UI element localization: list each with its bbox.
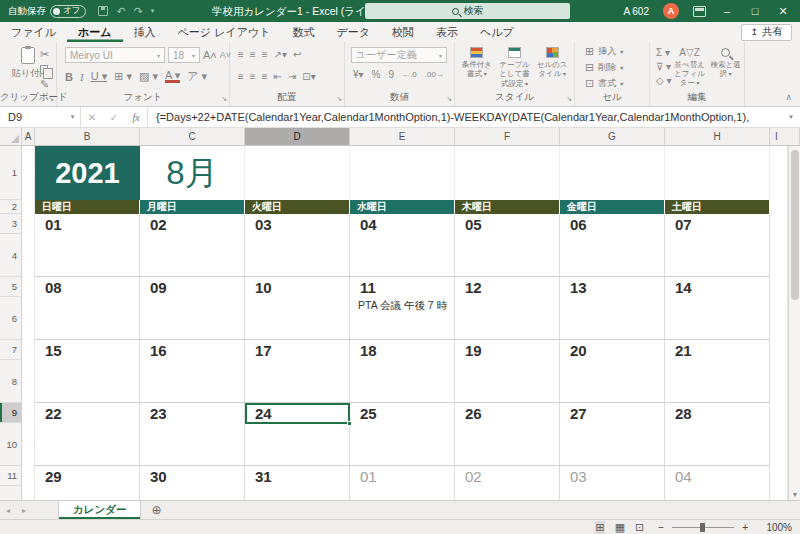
zoom-out-icon[interactable]: − xyxy=(658,522,664,533)
align-left-icon[interactable]: ≡ xyxy=(238,71,244,82)
calendar-day-cell[interactable]: 29 xyxy=(35,466,140,500)
calendar-day-cell[interactable]: 21 xyxy=(665,340,770,402)
vertical-scrollbar[interactable]: ▼ xyxy=(788,146,800,500)
minimize-button[interactable]: – xyxy=(720,5,734,17)
name-box[interactable]: D9 xyxy=(0,107,65,127)
calendar-day-cell[interactable]: 30 xyxy=(140,466,245,500)
qat-customize-icon[interactable]: ▾ xyxy=(151,7,155,15)
close-button[interactable]: ✕ xyxy=(776,5,790,18)
name-box-dropdown-icon[interactable]: ▾ xyxy=(65,107,81,127)
weekday-wednesday[interactable]: 水曜日 xyxy=(350,200,455,214)
weekday-friday[interactable]: 金曜日 xyxy=(560,200,665,214)
align-right-icon[interactable]: ≡ xyxy=(262,71,268,82)
empty-cell[interactable] xyxy=(665,146,770,200)
alignment-dialog-launcher-icon[interactable]: ↘ xyxy=(336,95,342,103)
column-header-d[interactable]: D xyxy=(245,128,350,145)
weekday-tuesday[interactable]: 火曜日 xyxy=(245,200,350,214)
fill-handle[interactable] xyxy=(347,421,352,426)
wrap-text-icon[interactable]: ↩ xyxy=(293,49,301,60)
maximize-button[interactable]: □ xyxy=(748,5,762,17)
align-center-icon[interactable]: ≡ xyxy=(250,71,256,82)
formula-input[interactable]: {=Days+22+DATE(Calendar1Year,Calendar1Mo… xyxy=(148,107,782,127)
sheet-nav-left-icon[interactable]: ◂ xyxy=(0,501,16,519)
column-header-f[interactable]: F xyxy=(455,128,560,145)
tab-home[interactable]: ホーム xyxy=(67,22,123,42)
tab-view[interactable]: 表示 xyxy=(425,22,469,42)
styles-dialog-launcher-icon[interactable]: ↘ xyxy=(566,95,572,103)
column-header-g[interactable]: G xyxy=(560,128,665,145)
row-header-5[interactable]: 5 xyxy=(0,277,21,297)
enter-icon[interactable]: ✓ xyxy=(103,112,125,123)
cancel-icon[interactable]: ✕ xyxy=(81,112,103,123)
select-all-corner[interactable] xyxy=(0,128,22,145)
empty-cell[interactable] xyxy=(245,146,350,200)
clear-icon[interactable]: ◇ ▾ xyxy=(656,75,672,86)
column-a-cells[interactable] xyxy=(22,146,35,500)
merge-center-icon[interactable]: ⊡▾ xyxy=(302,71,315,82)
row-header-4[interactable]: 4 xyxy=(0,234,21,277)
column-header-b[interactable]: B xyxy=(35,128,140,145)
insert-cells-button[interactable]: ⊞挿入▾ xyxy=(585,45,649,58)
tab-review[interactable]: 校閲 xyxy=(381,22,425,42)
empty-cell[interactable] xyxy=(455,146,560,200)
calendar-day-cell[interactable]: 08 xyxy=(35,277,140,339)
delete-cells-button[interactable]: ⊟削除▾ xyxy=(585,61,649,74)
calendar-day-cell[interactable]: 31 xyxy=(245,466,350,500)
calendar-day-cell[interactable]: 11PTA 会議 午後 7 時 xyxy=(350,277,455,339)
calendar-day-cell[interactable]: 13 xyxy=(560,277,665,339)
zoom-level[interactable]: 100% xyxy=(758,522,792,533)
increase-indent-icon[interactable]: ⇥ xyxy=(288,71,296,82)
calendar-day-cell[interactable]: 09 xyxy=(140,277,245,339)
row-header-2[interactable]: 2 xyxy=(0,200,21,214)
empty-cell[interactable] xyxy=(560,146,665,200)
calendar-day-cell[interactable]: 05 xyxy=(455,214,560,276)
font-dialog-launcher-icon[interactable]: ↘ xyxy=(221,95,227,103)
calendar-day-cell[interactable]: 16 xyxy=(140,340,245,402)
month-cell[interactable]: 8月 xyxy=(140,146,245,200)
sheet-tab-calendar[interactable]: カレンダー xyxy=(58,501,141,519)
calendar-day-cell[interactable]: 02 xyxy=(455,466,560,500)
calendar-day-cell[interactable]: 03 xyxy=(245,214,350,276)
weekday-thursday[interactable]: 木曜日 xyxy=(455,200,560,214)
tab-insert[interactable]: 挿入 xyxy=(123,22,167,42)
calendar-day-cell[interactable]: 22 xyxy=(35,403,140,465)
format-painter-icon[interactable]: ✎ xyxy=(40,78,49,91)
bold-icon[interactable]: B xyxy=(65,71,73,83)
weekday-saturday[interactable]: 土曜日 xyxy=(665,200,770,214)
calendar-day-cell[interactable]: 06 xyxy=(560,214,665,276)
font-color-icon[interactable]: A ▾ xyxy=(165,70,180,83)
column-i-cells[interactable] xyxy=(770,146,788,500)
page-break-view-icon[interactable]: ⊡ xyxy=(635,521,644,534)
row-header-9[interactable]: 9 xyxy=(0,403,21,423)
decrease-decimal-icon[interactable]: .00→ xyxy=(425,70,444,79)
increase-decimal-icon[interactable]: ←.0 xyxy=(402,70,417,79)
scroll-down-icon[interactable]: ▼ xyxy=(789,488,800,500)
underline-icon[interactable]: U ▾ xyxy=(91,70,108,83)
ribbon-display-options-icon[interactable] xyxy=(693,6,706,17)
calendar-day-cell[interactable]: 04 xyxy=(350,214,455,276)
empty-cell[interactable] xyxy=(350,146,455,200)
row-header-10[interactable]: 10 xyxy=(0,423,21,466)
autosave-toggle[interactable]: 自動保存 オフ xyxy=(8,5,86,18)
year-cell[interactable]: 2021 xyxy=(35,146,140,200)
calendar-day-cell[interactable]: 07 xyxy=(665,214,770,276)
tab-help[interactable]: ヘルプ xyxy=(469,22,525,42)
italic-icon[interactable]: I xyxy=(80,71,84,83)
tab-formulas[interactable]: 数式 xyxy=(281,22,325,42)
row-header-1[interactable]: 1 xyxy=(0,146,21,200)
tab-page-layout[interactable]: ページ レイアウト xyxy=(167,22,282,42)
insert-function-icon[interactable]: fx xyxy=(125,112,147,123)
zoom-slider-thumb[interactable] xyxy=(700,523,705,532)
calendar-day-cell[interactable]: 28 xyxy=(665,403,770,465)
column-header-a[interactable]: A xyxy=(22,128,35,145)
calendar-day-cell[interactable]: 17 xyxy=(245,340,350,402)
fill-color-icon[interactable]: ▨ ▾ xyxy=(139,70,158,83)
page-layout-view-icon[interactable]: ▦ xyxy=(615,521,625,534)
weekday-sunday[interactable]: 日曜日 xyxy=(35,200,140,214)
calendar-day-cell[interactable]: 12 xyxy=(455,277,560,339)
column-header-i[interactable]: I xyxy=(770,128,800,145)
increase-font-icon[interactable]: A˄ xyxy=(203,49,217,61)
cut-icon[interactable]: ✂ xyxy=(40,48,49,61)
autosum-icon[interactable]: Σ ▾ xyxy=(656,47,672,58)
row-header-3[interactable]: 3 xyxy=(0,214,21,234)
